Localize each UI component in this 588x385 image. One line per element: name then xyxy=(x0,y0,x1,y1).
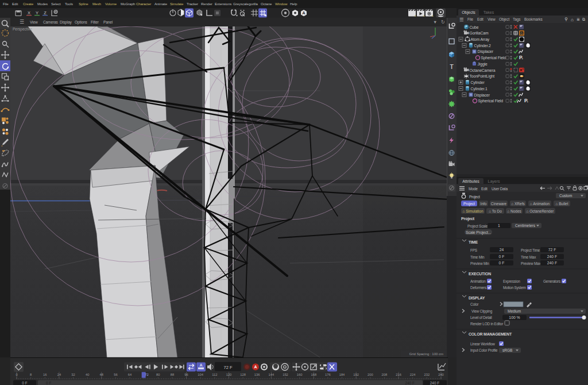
svg-text:72: 72 xyxy=(145,373,148,376)
svg-text:Y: Y xyxy=(36,10,38,16)
svg-text:Displacer: Displacer xyxy=(478,49,494,54)
svg-text:160: 160 xyxy=(297,373,303,376)
svg-text:136: 136 xyxy=(254,373,260,376)
svg-text:Expression: Expression xyxy=(503,279,520,284)
svg-text:88: 88 xyxy=(171,373,174,376)
svg-text:Medium: Medium xyxy=(508,309,521,313)
svg-text:208: 208 xyxy=(382,373,388,376)
svg-text:64: 64 xyxy=(128,373,132,376)
svg-text:232: 232 xyxy=(424,373,430,376)
svg-text:EXECUTION: EXECUTION xyxy=(469,272,491,276)
svg-text:⌂ Animation: ⌂ Animation xyxy=(530,202,550,206)
svg-text:0: 0 xyxy=(16,373,17,376)
svg-text:Custom: Custom xyxy=(559,194,572,198)
svg-text:240: 240 xyxy=(438,373,444,376)
svg-text:Motion System: Motion System xyxy=(503,286,526,290)
svg-text:⌂ XRefs: ⌂ XRefs xyxy=(511,202,525,206)
svg-text:Jiggle: Jiggle xyxy=(478,62,488,67)
svg-text:GorillaCam: GorillaCam xyxy=(470,31,489,35)
svg-text:Atom Array: Atom Array xyxy=(471,37,490,42)
svg-text:Cylinder.1: Cylinder.1 xyxy=(471,87,488,91)
svg-text:152: 152 xyxy=(283,373,288,376)
svg-text:48: 48 xyxy=(100,373,103,376)
svg-text:Preview Max: Preview Max xyxy=(521,261,541,265)
svg-text:0 F: 0 F xyxy=(499,255,505,259)
svg-text:A: A xyxy=(200,363,203,367)
svg-text:DISPLAY: DISPLAY xyxy=(469,296,485,300)
svg-text:Render LOD in Editor: Render LOD in Editor xyxy=(470,322,504,326)
svg-text:Project Scale: Project Scale xyxy=(467,224,488,229)
svg-text:⌂ OctaneRender: ⌂ OctaneRender xyxy=(526,209,554,213)
svg-text:Cube: Cube xyxy=(470,25,479,29)
svg-text:A: A xyxy=(254,365,257,369)
svg-text:240 F: 240 F xyxy=(547,261,557,265)
svg-text:Cineware: Cineware xyxy=(491,202,507,206)
svg-text:24: 24 xyxy=(57,373,61,376)
svg-text:T: T xyxy=(450,63,454,70)
svg-text:96: 96 xyxy=(184,373,188,376)
svg-text:Cylinder.2: Cylinder.2 xyxy=(474,44,492,48)
svg-text:Info: Info xyxy=(481,202,487,206)
svg-text:Linear Workflow: Linear Workflow xyxy=(470,342,495,346)
svg-text:Z: Z xyxy=(44,10,47,16)
svg-text:240 F: 240 F xyxy=(430,381,440,385)
svg-text:View Clipping: View Clipping xyxy=(471,309,493,314)
svg-text:sRGB: sRGB xyxy=(502,348,512,352)
svg-text:Preview Min: Preview Min xyxy=(470,261,489,265)
svg-text:Spherical Field: Spherical Field xyxy=(481,56,506,60)
svg-text:80: 80 xyxy=(156,373,160,376)
svg-text:224: 224 xyxy=(410,373,416,376)
svg-text:176: 176 xyxy=(325,373,331,376)
svg-text:Input Color Profile: Input Color Profile xyxy=(470,348,498,353)
svg-text:192: 192 xyxy=(353,373,359,376)
svg-text:120: 120 xyxy=(226,373,232,376)
svg-text:COLOR MANAGEMENT: COLOR MANAGEMENT xyxy=(469,332,512,336)
svg-text:⌂ Nodes: ⌂ Nodes xyxy=(507,209,521,213)
svg-text:Scale Project...: Scale Project... xyxy=(466,230,491,235)
svg-text:104: 104 xyxy=(198,373,203,376)
svg-text:16: 16 xyxy=(43,373,47,376)
svg-text:X: X xyxy=(28,10,30,16)
svg-text:Cylinder: Cylinder xyxy=(471,80,485,85)
svg-text:Mode: Mode xyxy=(469,187,478,191)
svg-text:Centimeters: Centimeters xyxy=(515,224,536,228)
svg-text:Edit: Edit xyxy=(481,187,488,191)
svg-text:Deformers: Deformers xyxy=(470,286,486,290)
svg-text:OctaneCamera: OctaneCamera xyxy=(470,68,496,72)
svg-text:Time Min: Time Min xyxy=(470,255,485,259)
svg-text:ToonPointLight: ToonPointLight xyxy=(470,74,495,79)
svg-text:240 F: 240 F xyxy=(405,381,415,385)
svg-text:⌂ Bullet: ⌂ Bullet xyxy=(556,202,568,206)
svg-text:240 F: 240 F xyxy=(547,255,557,259)
svg-text:Project Time: Project Time xyxy=(521,248,540,253)
svg-text:Time Max: Time Max xyxy=(521,255,536,259)
svg-text:FPS: FPS xyxy=(470,248,477,252)
svg-text:Spherical Field: Spherical Field xyxy=(478,99,504,103)
svg-text:40: 40 xyxy=(86,373,89,376)
svg-text:User Data: User Data xyxy=(492,187,508,191)
svg-text:184: 184 xyxy=(339,373,345,376)
svg-text:TIME: TIME xyxy=(469,240,478,244)
svg-text:72 F: 72 F xyxy=(223,365,232,370)
svg-text:24: 24 xyxy=(500,248,504,252)
svg-text:Grid Spacing : 100 cm: Grid Spacing : 100 cm xyxy=(409,352,443,356)
svg-text:0 F: 0 F xyxy=(22,381,27,385)
svg-text:P.: P. xyxy=(524,98,528,103)
svg-text:8: 8 xyxy=(30,373,32,376)
svg-text:0 F: 0 F xyxy=(46,381,51,385)
svg-text:A: A xyxy=(302,10,305,16)
svg-text:Animation: Animation xyxy=(470,279,486,283)
svg-text:144: 144 xyxy=(269,373,274,376)
svg-text:72 F: 72 F xyxy=(548,248,556,252)
svg-text:1: 1 xyxy=(498,224,500,228)
svg-text:Project: Project xyxy=(469,195,480,199)
svg-text:Generators: Generators xyxy=(543,279,560,283)
svg-text:P.: P. xyxy=(519,55,523,60)
svg-text:56: 56 xyxy=(114,373,117,376)
svg-text:128: 128 xyxy=(240,373,246,376)
svg-text:32: 32 xyxy=(71,373,75,376)
svg-text:⌂ Simulation: ⌂ Simulation xyxy=(462,209,483,213)
svg-text:Project: Project xyxy=(463,202,475,206)
svg-text:Color: Color xyxy=(470,302,479,306)
svg-text:168: 168 xyxy=(311,373,316,376)
